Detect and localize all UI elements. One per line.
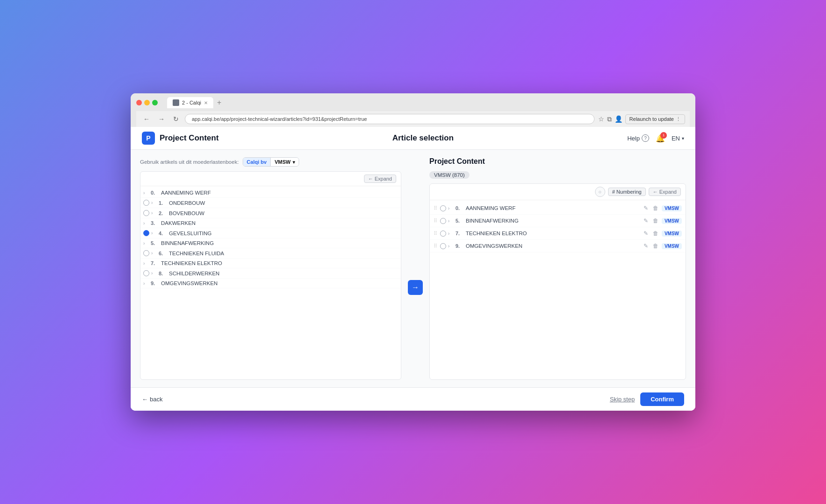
skip-step-button[interactable]: Skip step — [610, 396, 635, 403]
language-selector[interactable]: EN ▾ — [672, 135, 684, 142]
right-panel-header: Project Content — [429, 157, 686, 166]
lang-chevron-icon: ▾ — [682, 136, 684, 141]
list-item[interactable]: › 6. TECHNIEKEN FLUIDA — [140, 248, 401, 259]
right-tree-rows: ⠿ › 0. AANNEMING WERF ✎ 🗑 VMSW — [430, 200, 686, 254]
tree-radio-selected[interactable] — [143, 230, 149, 236]
new-tab-button[interactable]: + — [214, 98, 224, 107]
header-actions: Help ? 🔔 1 EN ▾ — [627, 134, 684, 143]
list-item[interactable]: › 9. OMGEVINGSWERKEN — [140, 279, 401, 288]
left-expand-button[interactable]: ← Expand — [364, 175, 396, 183]
vmsw-selector-chevron-icon: ▾ — [293, 160, 295, 165]
minimize-traffic-light[interactable] — [144, 100, 150, 105]
vmsw-source-tag: VMSW — [662, 243, 682, 249]
list-item[interactable]: › 4. GEVELSLUITING — [140, 228, 401, 238]
vmsw-selector-label: VMSW — [274, 159, 290, 165]
search-circle[interactable]: ○ — [595, 187, 605, 197]
notification-badge: 1 — [660, 132, 667, 139]
right-panel: Project Content VMSW (870) ○ # Numbering… — [429, 157, 686, 380]
item-actions: ✎ 🗑 VMSW — [642, 230, 682, 237]
right-radio[interactable] — [440, 231, 446, 237]
right-tree-header: ○ # Numbering ← Expand — [430, 184, 686, 200]
right-panel-title: Project Content — [429, 157, 485, 166]
tree-radio[interactable] — [143, 270, 149, 276]
tree-radio[interactable] — [143, 210, 149, 216]
item-actions: ✎ 🗑 VMSW — [642, 217, 682, 224]
browser-window: 2 - Calqi ✕ + ← → ↻ app.calqi.be/app/pro… — [131, 93, 695, 411]
url-bar[interactable]: app.calqi.be/app/project-technical-wizar… — [185, 114, 595, 124]
back-link[interactable]: ← back — [142, 396, 162, 403]
chevron-right-icon: › — [151, 271, 157, 276]
edit-icon-button[interactable]: ✎ — [642, 204, 650, 212]
table-row[interactable]: ⠿ › 0. AANNEMING WERF ✎ 🗑 VMSW — [430, 202, 686, 215]
delete-icon-button[interactable]: 🗑 — [651, 204, 660, 212]
drag-handle-icon[interactable]: ⠿ — [434, 243, 437, 249]
help-button[interactable]: Help ? — [627, 134, 649, 142]
delete-icon-button[interactable]: 🗑 — [651, 242, 660, 250]
lang-label: EN — [672, 135, 680, 142]
app-title: Project Content — [160, 133, 219, 143]
help-label: Help — [627, 135, 640, 142]
left-tree-list: › 0. AANNEMING WERF › 1. ONDERBOUW — [140, 186, 401, 290]
right-radio[interactable] — [440, 218, 446, 224]
moeder-row: Gebruik artikels uit dit moederlastenboe… — [140, 157, 401, 167]
delete-icon-button[interactable]: 🗑 — [651, 217, 660, 224]
vmsw-count-badge: VMSW (870) — [429, 171, 469, 179]
table-row[interactable]: ⠿ › 5. BINNENAFWERKING ✎ 🗑 VMSW — [430, 215, 686, 227]
delete-icon-button[interactable]: 🗑 — [651, 230, 660, 237]
active-tab[interactable]: 2 - Calqi ✕ — [167, 97, 213, 108]
edit-icon-button[interactable]: ✎ — [642, 230, 650, 237]
chevron-right-icon: › — [448, 206, 454, 211]
forward-nav-button[interactable]: → — [156, 114, 167, 124]
tab-favicon — [173, 99, 179, 106]
relaunch-button[interactable]: Relaunch to update ⋮ — [625, 114, 685, 124]
chevron-right-icon: › — [151, 231, 157, 236]
item-actions: ✎ 🗑 VMSW — [642, 242, 682, 250]
list-item[interactable]: › 1. ONDERBOUW — [140, 198, 401, 208]
extensions-icon[interactable]: ⧉ — [607, 115, 612, 123]
right-radio[interactable] — [440, 243, 446, 249]
drag-handle-icon[interactable]: ⠿ — [434, 231, 437, 237]
numbering-button[interactable]: # Numbering — [608, 188, 646, 196]
chevron-right-icon: › — [143, 241, 149, 246]
list-item[interactable]: › 0. AANNEMING WERF — [140, 188, 401, 198]
footer-right: Skip step Confirm — [610, 392, 684, 406]
bookmark-icon[interactable]: ☆ — [598, 115, 604, 123]
edit-icon-button[interactable]: ✎ — [642, 217, 650, 224]
profile-icon[interactable]: 👤 — [615, 115, 623, 123]
confirm-button[interactable]: Confirm — [640, 392, 684, 406]
main-area: Gebruik artikels uit dit moederlastenboe… — [131, 150, 695, 387]
close-traffic-light[interactable] — [136, 100, 142, 105]
vmsw-source-tag: VMSW — [662, 218, 682, 224]
list-item[interactable]: › 7. TECHNIEKEN ELEKTRO — [140, 259, 401, 268]
list-item[interactable]: › 2. BOVENBOUW — [140, 208, 401, 218]
moeder-selector[interactable]: Calqi bv VMSW ▾ — [243, 157, 299, 167]
left-tree-header: ← Expand — [140, 172, 401, 186]
chevron-right-icon: › — [151, 210, 157, 216]
vmsw-source-tag: VMSW — [662, 205, 682, 211]
reload-button[interactable]: ↻ — [171, 114, 181, 124]
table-row[interactable]: ⠿ › 9. OMGEVINGSWERKEN ✎ 🗑 VMSW — [430, 240, 686, 252]
drag-handle-icon[interactable]: ⠿ — [434, 218, 437, 224]
app-footer: ← back Skip step Confirm — [131, 387, 695, 411]
right-expand-button[interactable]: ← Expand — [649, 188, 681, 196]
chevron-right-icon: › — [151, 251, 157, 256]
page-heading: Article selection — [392, 133, 454, 143]
edit-icon-button[interactable]: ✎ — [642, 242, 650, 250]
list-item[interactable]: › 8. SCHILDERWERKEN — [140, 268, 401, 279]
transfer-to-right-button[interactable]: → — [408, 280, 423, 295]
back-nav-button[interactable]: ← — [141, 114, 152, 124]
drag-handle-icon[interactable]: ⠿ — [434, 205, 437, 211]
tab-close-button[interactable]: ✕ — [204, 100, 208, 105]
maximize-traffic-light[interactable] — [152, 100, 158, 105]
list-item[interactable]: › 3. DAKWERKEN — [140, 218, 401, 228]
tree-radio[interactable] — [143, 200, 149, 206]
browser-tabs: 2 - Calqi ✕ + — [167, 97, 224, 108]
tree-radio[interactable] — [143, 250, 149, 256]
list-item[interactable]: › 5. BINNENAFWERKING — [140, 238, 401, 248]
table-row[interactable]: ⠿ › 7. TECHNIEKEN ELEKTRO ✎ 🗑 VMSW — [430, 227, 686, 240]
vmsw-selector-button[interactable]: VMSW ▾ — [270, 158, 298, 166]
right-radio[interactable] — [440, 205, 446, 211]
toolbar-actions: ☆ ⧉ 👤 Relaunch to update ⋮ — [598, 114, 685, 124]
search-icon: ○ — [598, 189, 602, 195]
notifications-icon[interactable]: 🔔 1 — [656, 134, 665, 143]
